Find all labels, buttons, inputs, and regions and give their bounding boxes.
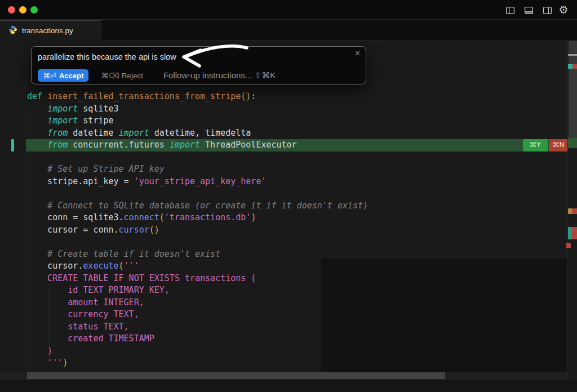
followup-label: Follow-up instructions... xyxy=(163,70,252,80)
code-line[interactable]: import stripe xyxy=(26,115,568,127)
code-line[interactable]: # Set up Stripe API key xyxy=(26,163,568,176)
ruler-diff-mark xyxy=(572,64,577,69)
ruler-diff-mark xyxy=(568,208,572,214)
layout-panel-bottom-icon[interactable] xyxy=(522,4,535,16)
horizontal-scrollbar-thumb[interactable] xyxy=(27,372,445,379)
ruler-diff-mark xyxy=(571,227,577,239)
code-line[interactable]: conn = sqlite3.connect('transactions.db'… xyxy=(26,212,568,224)
ruler-diff-mark xyxy=(572,208,577,214)
code-line[interactable]: created TIMESTAMP xyxy=(26,333,568,345)
code-line[interactable] xyxy=(26,188,568,200)
minimize-window-button[interactable] xyxy=(19,6,26,14)
layout-sidebar-right-icon[interactable] xyxy=(541,4,553,16)
horizontal-scrollbar[interactable] xyxy=(0,372,567,380)
code-line[interactable]: amount INTEGER, xyxy=(26,297,568,309)
code-editor[interactable]: def insert_failed_transactions_from_stri… xyxy=(0,41,577,392)
code-line[interactable] xyxy=(26,152,568,164)
layout-sidebar-left-icon[interactable] xyxy=(504,4,516,16)
code-line[interactable]: import sqlite3 xyxy=(26,103,568,115)
followup-instructions[interactable]: Follow-up instructions... ⇧⌘K xyxy=(163,70,276,81)
gutter-change-bar xyxy=(11,139,14,152)
code-line[interactable]: stripe.api_key = 'your_stripe_api_key_he… xyxy=(26,176,568,188)
code-line[interactable]: # Connect to SQLite database (or create … xyxy=(26,200,568,212)
code-line[interactable]: from datetime import datetime, timedelta xyxy=(26,127,568,140)
reject-button[interactable]: ⌘⌫ Reject xyxy=(101,71,143,80)
tab-label: transactions.py xyxy=(22,26,73,35)
accept-shortcut: ⌘⏎ xyxy=(43,72,56,80)
gutter-border xyxy=(25,41,25,372)
code-line[interactable]: def insert_failed_transactions_from_stri… xyxy=(26,91,568,103)
diff-reject-badge[interactable]: ⌘N xyxy=(549,139,568,152)
code-line[interactable]: cursor.execute(''' xyxy=(26,260,568,273)
title-bar: ⚙ xyxy=(0,0,577,20)
close-window-button[interactable] xyxy=(8,6,15,14)
code-line[interactable]: id TEXT PRIMARY KEY, xyxy=(26,284,568,297)
close-icon[interactable]: × xyxy=(355,48,360,59)
prompt-text: parallelize this because the api is slow xyxy=(38,52,176,61)
editor-window: ⚙ transactions.py def insert_failed_tran… xyxy=(0,0,577,392)
code-line[interactable] xyxy=(26,236,568,248)
code-line[interactable]: currency TEXT, xyxy=(26,309,568,321)
reject-shortcut: ⌘⌫ xyxy=(101,72,119,80)
tab-transactions-py[interactable]: transactions.py xyxy=(0,20,101,41)
code-line[interactable]: ) xyxy=(26,345,568,358)
bottom-strip xyxy=(0,380,577,392)
ruler-diff-mark xyxy=(568,54,577,56)
code-line[interactable]: ''') xyxy=(26,357,568,369)
ruler-diff-mark xyxy=(568,64,572,69)
popup-actions: ⌘⏎ Accept ⌘⌫ Reject Follow-up instructio… xyxy=(38,69,276,82)
code-lines[interactable]: def insert_failed_transactions_from_stri… xyxy=(26,91,568,369)
ruler-diff-mark xyxy=(568,138,577,148)
python-icon xyxy=(8,25,17,37)
followup-shortcut: ⇧⌘K xyxy=(255,70,276,80)
zoom-window-button[interactable] xyxy=(30,6,38,14)
code-line[interactable]: from concurrent.futures import ThreadPoo… xyxy=(26,139,568,152)
ruler-border xyxy=(567,41,568,392)
code-line[interactable]: cursor = conn.cursor() xyxy=(26,224,568,237)
code-line[interactable]: status TEXT, xyxy=(26,321,568,333)
reject-label: Reject xyxy=(122,72,143,80)
tab-bar: transactions.py xyxy=(0,20,577,41)
settings-gear-icon[interactable]: ⚙ xyxy=(557,4,570,16)
code-line[interactable]: # Create table if it doesn't exist xyxy=(26,248,568,261)
vertical-scrollbar-thumb[interactable] xyxy=(569,41,577,141)
diff-accept-badge[interactable]: ⌘Y xyxy=(523,139,548,152)
inline-edit-popup: parallelize this because the api is slow… xyxy=(31,46,366,84)
code-line[interactable]: CREATE TABLE IF NOT EXISTS transactions … xyxy=(26,273,568,285)
accept-label: Accept xyxy=(59,72,83,80)
ruler-diff-mark xyxy=(566,243,571,248)
accept-button[interactable]: ⌘⏎ Accept xyxy=(38,69,88,82)
